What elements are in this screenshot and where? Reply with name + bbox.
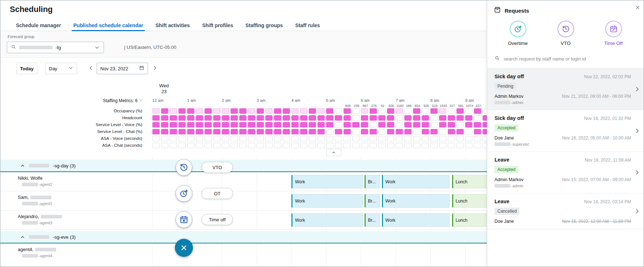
metric-cell[interactable] xyxy=(309,108,316,114)
metric-cell[interactable] xyxy=(396,122,403,128)
metric-cell[interactable] xyxy=(161,115,168,121)
metric-cell[interactable] xyxy=(422,108,429,114)
staffing-metrics-dropdown[interactable]: Staffing Metrics: 6 xyxy=(0,98,143,103)
metric-cell[interactable] xyxy=(196,108,203,114)
chevron-right-icon[interactable] xyxy=(634,169,640,176)
metric-cell[interactable] xyxy=(352,136,359,141)
metric-cell[interactable] xyxy=(483,129,487,134)
time-off-fab-label[interactable]: Time off xyxy=(202,214,233,225)
metric-cell[interactable] xyxy=(170,129,177,134)
metric-cell[interactable] xyxy=(465,136,472,141)
metric-cell[interactable] xyxy=(404,143,412,148)
metric-cell[interactable] xyxy=(257,108,264,114)
metric-cell[interactable] xyxy=(361,122,368,128)
metric-cell[interactable] xyxy=(265,136,273,141)
staffing-group-header[interactable]: -sg-day (3) xyxy=(0,160,487,172)
metric-cell[interactable] xyxy=(456,122,464,128)
metric-cell[interactable] xyxy=(448,108,455,114)
metric-cell[interactable] xyxy=(326,136,333,141)
metric-cell[interactable] xyxy=(222,136,229,141)
metric-cell[interactable] xyxy=(370,129,377,134)
metric-cell[interactable] xyxy=(274,115,281,121)
metric-cell[interactable] xyxy=(152,129,160,134)
metric-cell[interactable] xyxy=(439,143,446,148)
metric-cell[interactable] xyxy=(370,122,377,128)
metric-cell[interactable] xyxy=(283,108,290,114)
metric-cell[interactable] xyxy=(352,115,359,121)
metric-cell[interactable] xyxy=(430,129,438,134)
metric-cell[interactable] xyxy=(456,108,464,114)
chevron-right-icon[interactable] xyxy=(634,208,640,214)
metric-cell[interactable] xyxy=(170,115,177,121)
metric-cell[interactable] xyxy=(248,129,255,134)
metric-cell[interactable] xyxy=(404,115,412,121)
metric-cell[interactable] xyxy=(474,122,481,128)
forecast-group-select[interactable]: -fg xyxy=(7,42,104,53)
metric-cell[interactable] xyxy=(422,136,429,141)
shift-activity-bar[interactable]: Lunch xyxy=(452,175,487,188)
metric-cell[interactable] xyxy=(361,143,368,148)
metric-cell[interactable] xyxy=(387,115,394,121)
metric-cell[interactable] xyxy=(396,129,403,134)
metric-cell[interactable] xyxy=(187,136,194,141)
metric-cell[interactable] xyxy=(370,115,377,121)
metric-cell[interactable] xyxy=(465,108,472,114)
metric-cell[interactable] xyxy=(430,115,438,121)
metric-cell[interactable] xyxy=(387,136,394,141)
metric-cell[interactable] xyxy=(430,143,438,148)
metric-cell[interactable] xyxy=(326,143,333,148)
metric-cell[interactable] xyxy=(196,143,203,148)
metric-cell[interactable] xyxy=(274,122,281,128)
staffing-group-header[interactable]: -sg-eve (3) xyxy=(0,231,487,243)
metric-cell[interactable] xyxy=(309,129,316,134)
request-card[interactable]: Sick day off Nov 16, 2022, 01:32 PM Acce… xyxy=(487,110,644,152)
metric-cell[interactable] xyxy=(387,143,394,148)
metric-cell[interactable] xyxy=(248,115,255,121)
metric-cell[interactable] xyxy=(152,122,160,128)
metric-cell[interactable] xyxy=(178,129,186,134)
metric-cell[interactable] xyxy=(231,143,238,148)
metric-cell[interactable] xyxy=(257,136,264,141)
shift-activity-bar[interactable]: Work xyxy=(291,175,363,188)
metric-cell[interactable] xyxy=(326,115,333,121)
metric-cell[interactable] xyxy=(422,122,429,128)
metric-cell[interactable] xyxy=(283,143,290,148)
metric-cell[interactable] xyxy=(404,129,412,134)
request-type-overtime[interactable]: Overtime xyxy=(502,21,534,46)
metric-cell[interactable] xyxy=(222,115,229,121)
metric-cell[interactable] xyxy=(448,136,455,141)
collapse-metrics-button[interactable] xyxy=(326,149,341,156)
metric-cell[interactable] xyxy=(205,136,212,141)
metric-cell[interactable] xyxy=(283,136,290,141)
metric-cell[interactable] xyxy=(404,108,412,114)
metric-cell[interactable] xyxy=(213,115,220,121)
metric-cell[interactable] xyxy=(265,129,273,134)
metric-cell[interactable] xyxy=(283,129,290,134)
metric-cell[interactable] xyxy=(483,108,487,114)
metric-cell[interactable] xyxy=(344,143,351,148)
metric-cell[interactable] xyxy=(335,136,342,141)
metric-cell[interactable] xyxy=(239,136,247,141)
metric-cell[interactable] xyxy=(352,108,359,114)
ot-fab-label[interactable]: OT xyxy=(202,188,233,199)
metric-cell[interactable] xyxy=(291,108,299,114)
metric-cell[interactable] xyxy=(387,122,394,128)
metric-cell[interactable] xyxy=(239,129,247,134)
metric-cell[interactable] xyxy=(187,122,194,128)
metric-cell[interactable] xyxy=(439,115,446,121)
metric-cell[interactable] xyxy=(283,115,290,121)
metric-cell[interactable] xyxy=(483,143,487,148)
metric-cell[interactable] xyxy=(257,129,264,134)
metric-cell[interactable] xyxy=(161,129,168,134)
metric-cell[interactable] xyxy=(309,143,316,148)
metric-cell[interactable] xyxy=(413,129,420,134)
metric-cell[interactable] xyxy=(370,108,377,114)
metric-cell[interactable] xyxy=(239,108,247,114)
metric-cell[interactable] xyxy=(456,143,464,148)
metric-cell[interactable] xyxy=(291,136,299,141)
metric-cell[interactable] xyxy=(196,115,203,121)
today-button[interactable]: Today xyxy=(16,63,37,74)
metric-cell[interactable] xyxy=(413,115,420,121)
metric-cell[interactable] xyxy=(335,129,342,134)
metric-cell[interactable] xyxy=(300,108,307,114)
